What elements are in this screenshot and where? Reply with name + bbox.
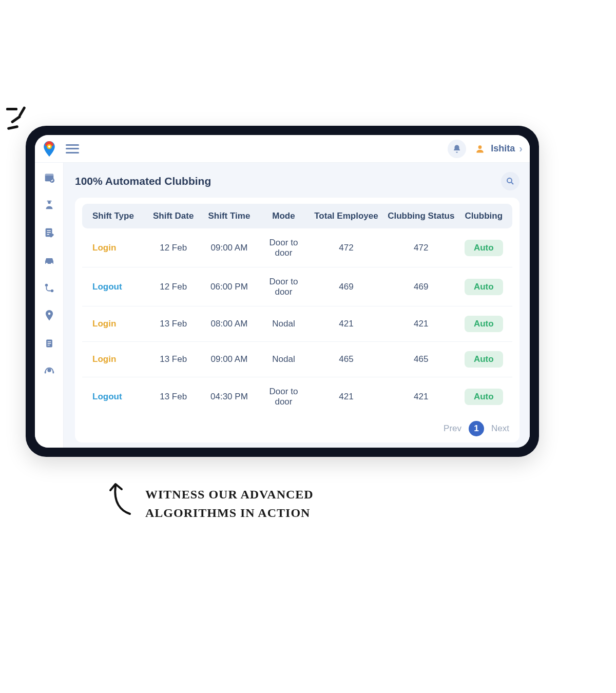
sidebar (35, 163, 64, 448)
avatar-icon (473, 142, 487, 156)
user-menu[interactable]: Ishita › (473, 142, 523, 156)
pager-next[interactable]: Next (491, 424, 509, 434)
map-pin-icon[interactable] (43, 310, 55, 322)
cell-shift-time: 09:00 AM (201, 354, 258, 364)
support-agent-icon[interactable] (43, 365, 55, 377)
car-icon[interactable] (43, 254, 55, 266)
col-shift-time: Shift Time (201, 211, 258, 221)
svg-rect-4 (45, 174, 53, 176)
pager-current[interactable]: 1 (469, 421, 484, 436)
cell-mode: Nodal (258, 319, 310, 329)
search-button[interactable] (501, 172, 519, 190)
auto-badge[interactable]: Auto (465, 389, 503, 405)
app-logo-icon (40, 140, 59, 158)
cell-mode: Door todoor (258, 387, 310, 407)
svg-rect-16 (44, 371, 46, 374)
cell-shift-type: Login (86, 243, 146, 253)
svg-point-15 (47, 369, 51, 372)
table-row[interactable]: Logout13 Feb04:30 PMDoor todoor421421Aut… (82, 377, 512, 416)
form-edit-icon[interactable] (43, 226, 55, 239)
svg-rect-7 (47, 201, 51, 202)
top-bar: Ishita › (35, 135, 530, 163)
cell-clubbing: Auto (459, 279, 508, 295)
svg-point-10 (51, 263, 53, 265)
notifications-button[interactable] (448, 140, 466, 158)
route-pin-icon[interactable] (43, 282, 55, 294)
caption-line-1: Witness our advanced (145, 485, 314, 504)
app-screen: Ishita › 100% Automated Clubbing (35, 135, 530, 448)
cell-total-employee: 469 (310, 282, 383, 292)
svg-point-13 (48, 313, 50, 315)
cell-shift-type: Logout (86, 392, 146, 402)
table-row[interactable]: Login12 Feb09:00 AMDoor todoor472472Auto (82, 228, 512, 267)
svg-point-12 (50, 290, 53, 293)
cell-clubbing-status: 421 (383, 319, 459, 329)
col-mode: Mode (258, 211, 310, 221)
caption: Witness our advanced algorithms in actio… (105, 480, 314, 522)
cell-total-employee: 472 (310, 243, 383, 253)
report-icon[interactable] (43, 337, 55, 350)
table-row[interactable]: Logout12 Feb06:00 PMDoor todoor469469Aut… (82, 267, 512, 306)
cell-clubbing: Auto (459, 316, 508, 332)
col-shift-type: Shift Type (86, 211, 146, 221)
search-icon (506, 177, 515, 186)
page-title: 100% Automated Clubbing (75, 175, 211, 187)
auto-badge[interactable]: Auto (465, 316, 503, 332)
cell-clubbing-status: 472 (383, 243, 459, 253)
cell-clubbing-status: 469 (383, 282, 459, 292)
menu-toggle-icon[interactable] (66, 144, 79, 153)
svg-point-1 (48, 145, 50, 147)
cell-shift-date: 13 Feb (146, 319, 201, 329)
col-total-emp: Total Employee (310, 211, 383, 221)
cell-shift-time: 08:00 AM (201, 319, 258, 329)
cell-clubbing: Auto (459, 389, 508, 405)
cell-mode: Nodal (258, 354, 310, 364)
cell-shift-date: 13 Feb (146, 354, 201, 364)
calendar-check-icon[interactable] (43, 171, 55, 183)
cell-shift-date: 12 Feb (146, 282, 201, 292)
guard-icon[interactable] (43, 199, 55, 211)
auto-badge[interactable]: Auto (465, 279, 503, 295)
cell-shift-time: 06:00 PM (201, 282, 258, 292)
cell-shift-type: Login (86, 319, 146, 329)
cell-shift-time: 04:30 PM (201, 392, 258, 402)
cell-shift-type: Logout (86, 282, 146, 292)
cell-total-employee: 421 (310, 392, 383, 402)
bell-icon (452, 144, 461, 153)
cell-clubbing-status: 421 (383, 392, 459, 402)
auto-badge[interactable]: Auto (465, 240, 503, 256)
col-clubbing: Clubbing (459, 211, 508, 221)
table-row[interactable]: Login13 Feb09:00 AMNodal465465Auto (82, 342, 512, 377)
cell-clubbing: Auto (459, 351, 508, 368)
pagination: Prev 1 Next (82, 416, 512, 436)
svg-point-9 (46, 263, 48, 265)
tablet-frame: Ishita › 100% Automated Clubbing (26, 126, 539, 457)
col-shift-date: Shift Date (146, 211, 201, 221)
table-body: Login12 Feb09:00 AMDoor todoor472472Auto… (82, 228, 512, 416)
cell-shift-time: 09:00 AM (201, 243, 258, 253)
main-area: 100% Automated Clubbing Shift Type Shift… (64, 163, 530, 448)
cell-mode: Door todoor (258, 238, 310, 258)
chevron-right-icon: › (519, 143, 523, 155)
table-header: Shift Type Shift Date Shift Time Mode To… (82, 204, 512, 228)
cell-shift-date: 13 Feb (146, 392, 201, 402)
cell-clubbing-status: 465 (383, 354, 459, 364)
accent-burst (6, 108, 32, 133)
cell-clubbing: Auto (459, 240, 508, 256)
user-name: Ishita (491, 143, 515, 154)
cell-total-employee: 421 (310, 319, 383, 329)
col-club-status: Clubbing Status (383, 211, 459, 221)
svg-rect-17 (52, 371, 54, 374)
arrow-icon (105, 480, 136, 516)
cell-shift-date: 12 Feb (146, 243, 201, 253)
cell-total-employee: 465 (310, 354, 383, 364)
table-card: Shift Type Shift Date Shift Time Mode To… (75, 198, 519, 442)
svg-point-2 (478, 145, 482, 149)
pager-prev[interactable]: Prev (444, 424, 461, 434)
auto-badge[interactable]: Auto (465, 351, 503, 368)
svg-point-11 (45, 284, 48, 287)
cell-mode: Door todoor (258, 277, 310, 297)
cell-shift-type: Login (86, 354, 146, 364)
svg-point-18 (507, 178, 512, 183)
table-row[interactable]: Login13 Feb08:00 AMNodal421421Auto (82, 306, 512, 342)
